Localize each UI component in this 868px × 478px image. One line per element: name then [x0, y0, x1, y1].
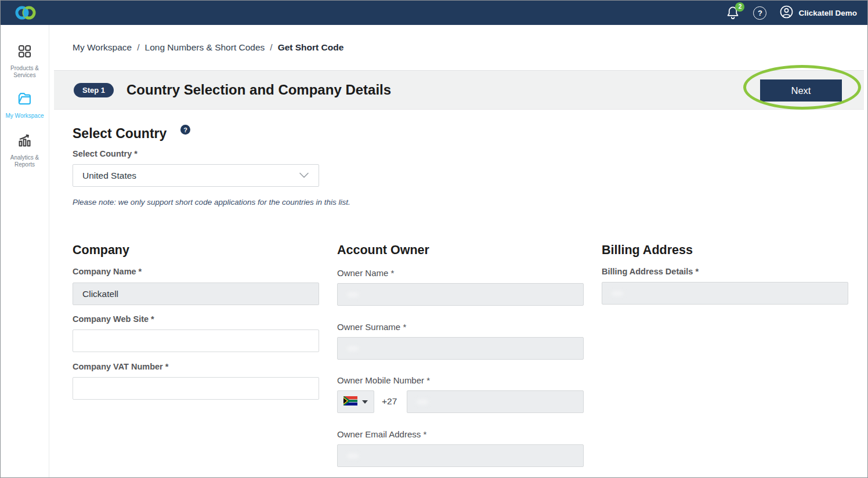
- redacted-text: [347, 454, 359, 458]
- select-country-label: Select Country *: [73, 149, 138, 158]
- next-button[interactable]: Next: [760, 79, 842, 102]
- country-code-selector[interactable]: [337, 390, 374, 413]
- breadcrumb-my-workspace[interactable]: My Workspace: [73, 42, 132, 53]
- clickatell-logo-icon[interactable]: [13, 4, 38, 21]
- country-select-value: United States: [82, 171, 136, 181]
- notification-count-badge: 2: [735, 2, 744, 12]
- sidebar-item-my-workspace[interactable]: My Workspace: [1, 90, 49, 119]
- breadcrumb: My Workspace / Long Numbers & Short Code…: [73, 42, 343, 53]
- owner-email-input[interactable]: [337, 444, 584, 467]
- country-support-note: Please note: we only support short code …: [73, 198, 350, 207]
- flag-dropdown-arrow-icon: [362, 400, 368, 404]
- owner-surname-label: Owner Surname *: [337, 322, 406, 332]
- user-menu[interactable]: Clickatell Demo: [779, 5, 857, 21]
- owner-mobile-label: Owner Mobile Number *: [337, 375, 430, 385]
- step-header-bar: Step 1 Country Selection and Company Det…: [54, 70, 864, 110]
- account-owner-section-heading: Account Owner: [337, 243, 429, 258]
- billing-details-input[interactable]: [602, 282, 848, 305]
- sidebar-item-label: Products & Services: [1, 65, 49, 79]
- breadcrumb-long-numbers-short-codes[interactable]: Long Numbers & Short Codes: [145, 42, 265, 53]
- breadcrumb-separator: /: [270, 42, 272, 53]
- billing-details-label: Billing Address Details *: [602, 267, 699, 276]
- owner-email-label: Owner Email Address *: [337, 429, 426, 439]
- company-website-label: Company Web Site *: [73, 314, 154, 324]
- breadcrumb-get-short-code: Get Short Code: [278, 42, 344, 53]
- redacted-text: [347, 346, 359, 351]
- bar-chart-icon: [17, 133, 32, 151]
- step-title: Country Selection and Company Details: [126, 82, 391, 98]
- owner-mobile-input[interactable]: [407, 390, 584, 413]
- company-name-label: Company Name *: [73, 267, 142, 276]
- company-section-heading: Company: [73, 243, 129, 258]
- help-icon[interactable]: ?: [753, 6, 766, 20]
- redacted-text: [347, 292, 359, 297]
- grid-icon: [17, 44, 32, 61]
- user-avatar-icon: [779, 5, 794, 21]
- redacted-text: [417, 400, 428, 404]
- owner-name-input[interactable]: [337, 283, 584, 306]
- user-name-label: Clickatell Demo: [798, 9, 857, 17]
- redacted-text: [612, 291, 623, 296]
- billing-section-heading: Billing Address: [602, 243, 693, 258]
- app-window: 2 ? Clickatell Demo: [0, 0, 868, 478]
- notifications-bell-icon[interactable]: 2: [725, 5, 740, 20]
- sidebar-item-label: My Workspace: [6, 113, 44, 119]
- company-website-input[interactable]: [73, 329, 319, 352]
- south-africa-flag-icon: [343, 396, 357, 408]
- select-country-help-icon[interactable]: ?: [180, 125, 190, 135]
- company-vat-label: Company VAT Number *: [73, 362, 168, 371]
- country-select-dropdown[interactable]: United States: [73, 164, 319, 187]
- sidebar-item-label: Analytics & Reports: [1, 154, 49, 168]
- sidebar-item-analytics-reports[interactable]: Analytics & Reports: [1, 133, 49, 168]
- breadcrumb-separator: /: [137, 42, 139, 53]
- sidebar: Products & Services My Workspace: [1, 25, 49, 477]
- dial-code-label: +27: [382, 396, 397, 407]
- owner-surname-input[interactable]: [337, 337, 584, 360]
- sidebar-item-products-services[interactable]: Products & Services: [1, 44, 49, 79]
- select-country-heading: Select Country: [73, 126, 167, 142]
- company-vat-input[interactable]: [73, 377, 319, 400]
- owner-name-label: Owner Name *: [337, 268, 394, 278]
- chevron-down-icon: [299, 171, 309, 181]
- top-navbar: 2 ? Clickatell Demo: [1, 1, 867, 25]
- step-badge: Step 1: [74, 83, 114, 97]
- folder-icon: [16, 90, 33, 109]
- company-name-input[interactable]: [73, 283, 319, 305]
